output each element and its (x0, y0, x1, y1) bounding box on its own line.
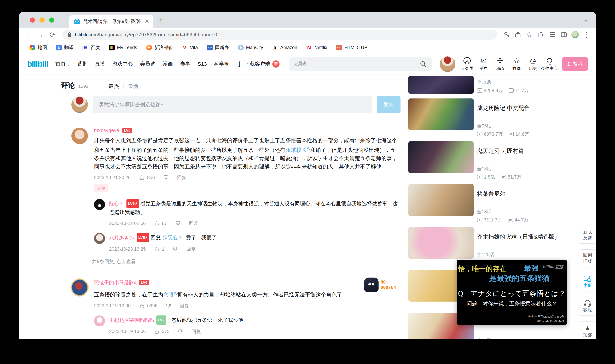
search-icon[interactable] (420, 61, 427, 67)
nav-action-creator-center[interactable]: 创作中心 (541, 57, 558, 71)
reply-username[interactable]: 不想起名字啊呜呜呜 (109, 317, 154, 323)
nav-item-vip-shop[interactable]: 会员购 (140, 60, 156, 67)
reply-button[interactable]: 回复 (186, 246, 196, 252)
comment-username[interactable]: mxbsygeye (94, 128, 119, 133)
nav-item-home[interactable]: 首页 ⌄ (55, 60, 70, 67)
thumb-down-icon[interactable] (166, 303, 171, 308)
bookmark-netflix[interactable]: Netflix (306, 45, 327, 51)
my-avatar[interactable] (71, 96, 88, 113)
tab-close-icon[interactable]: ✕ (145, 18, 149, 25)
bookmark-star-icon[interactable]: ☆ (525, 31, 533, 39)
menu-kebab-icon[interactable]: ⋮ (583, 31, 591, 39)
thumb-up-icon[interactable] (154, 329, 159, 334)
bookmark-baidu[interactable]: 百度 (82, 44, 100, 51)
customer-service-button[interactable]: 客服 (579, 297, 596, 316)
anime-thumbnail[interactable] (408, 98, 474, 130)
share-icon[interactable] (514, 31, 521, 38)
bookmark-scio[interactable]: 国新办 (207, 44, 229, 51)
recommendation-card[interactable]: 成龙历险记 中文配音 全95话 6978.7万 14.6万 (408, 98, 566, 130)
user-avatar[interactable] (440, 56, 455, 72)
download-client-button[interactable]: ⭳下载客户端新 (237, 60, 279, 68)
nav-item-esports[interactable]: 赛事 (180, 60, 190, 67)
sort-new-tab[interactable]: 最新 (128, 83, 138, 90)
commenter-avatar[interactable] (71, 128, 88, 144)
nav-item-live[interactable]: 直播 (95, 60, 105, 67)
thumb-down-icon[interactable] (176, 221, 180, 226)
nav-action-history[interactable]: ◷历史 (525, 57, 541, 71)
close-window-button[interactable] (30, 17, 35, 23)
thumb-down-icon[interactable] (163, 175, 169, 180)
back-button[interactable]: ← (24, 31, 32, 39)
anime-title[interactable]: 格莱普尼尔 (477, 190, 566, 198)
reply-username[interactable]: 八月あきみ (109, 235, 134, 240)
anime-thumbnail[interactable] (408, 76, 474, 94)
recommendation-card[interactable]: 全11话 4258.9万 11.7万 (408, 76, 566, 94)
maximize-window-button[interactable] (49, 17, 54, 23)
nav-action-dynamics[interactable]: ✣动态 (492, 57, 508, 71)
publish-button[interactable]: 发布 (377, 96, 401, 113)
anime-title[interactable]: 鬼灭之刃 刀匠村篇 (477, 147, 566, 155)
reply-button[interactable]: 回复 (177, 174, 186, 181)
commenter-avatar[interactable] (71, 279, 88, 296)
recommendation-card[interactable]: 格莱普尼尔 全13话 7111.7万 44.7万 (408, 184, 566, 216)
feedback-button[interactable]: 新版反馈 (579, 226, 596, 244)
comment-input[interactable]: 勇敢滴少年啊快去创造热评~ (93, 96, 372, 113)
anime-title[interactable]: 成龙历险记 中文配音 (477, 104, 566, 112)
search-input[interactable]: x调查 (289, 57, 432, 71)
nav-item-s13[interactable]: S13 (198, 61, 207, 67)
bookmark-maps[interactable]: 地图 (29, 44, 47, 51)
bookmark-vita[interactable]: Vita (182, 45, 198, 51)
anime-thumbnail[interactable] (408, 184, 474, 216)
nav-item-bangumi[interactable]: 番剧 (77, 60, 88, 67)
thumb-down-icon[interactable] (173, 247, 178, 251)
mini-player[interactable]: 悟，唯一的存在 最强 是最强的五条猫猫 bilibili 正版 Q アナタにとっ… (457, 260, 567, 325)
nav-item-science-night[interactable]: 科学晚 (214, 60, 229, 67)
bookmark-mancity[interactable]: ManCity (238, 45, 263, 51)
reload-button[interactable]: ⟳ (48, 31, 56, 39)
keyword-link[interactable]: 六眼🔍︎ (163, 292, 177, 298)
key-icon[interactable] (503, 31, 510, 38)
bookmark-html5up[interactable]: HTML5 UP! (336, 45, 369, 51)
nav-item-manga[interactable]: 漫画 (163, 60, 173, 67)
chrome-profile-avatar[interactable] (571, 31, 579, 38)
side-panel-icon[interactable] (561, 31, 567, 38)
sort-hot-tab[interactable]: 最热 (108, 83, 119, 90)
media-controls-icon[interactable]: ☰ (549, 31, 556, 39)
keyword-link[interactable]: 夜蛾校长🔍︎ (286, 147, 310, 153)
address-bar[interactable]: bilibili.com/bangumi/play/ep779786?from_… (63, 30, 497, 40)
thumb-up-icon[interactable] (154, 221, 159, 226)
recommendation-card[interactable]: 齐木楠雄的灾难（日播&精选版） 全120话 2.9亿 132.5万 (408, 227, 566, 259)
forward-button[interactable]: → (36, 31, 44, 39)
anime-thumbnail[interactable] (408, 227, 474, 259)
minimize-window-button[interactable] (39, 17, 45, 23)
reply-avatar[interactable] (94, 233, 105, 244)
mention-link[interactable]: @阮心丶 (162, 235, 183, 240)
thumb-down-icon[interactable] (178, 329, 183, 334)
nav-action-messages[interactable]: ✉消息 (475, 57, 492, 71)
nav-action-favorites[interactable]: ☆收藏 (508, 57, 525, 71)
bookmark-sina[interactable]: 新浪邮箱 (146, 44, 173, 51)
old-version-button[interactable]: 回到旧版 (579, 249, 596, 267)
mini-window-button[interactable]: 小窗 (579, 273, 596, 291)
bookmark-amazon[interactable]: Amazon (272, 45, 297, 51)
tab-search-chevron-icon[interactable]: ⌄ (583, 16, 589, 23)
browser-tab[interactable]: 咒术回战 第二季第9集-番剧-高 ✕ (69, 15, 153, 28)
reply-avatar[interactable] (94, 315, 105, 326)
thumb-up-icon[interactable] (139, 175, 144, 180)
view-more-replies-link[interactable]: 共9条回复, 点击查看 (92, 258, 401, 265)
nav-item-game-center[interactable]: 游戏中心 (112, 60, 133, 67)
back-to-top-button[interactable]: ▲顶部 (579, 322, 596, 339)
reply-button[interactable]: 回复 (189, 220, 198, 226)
bookmark-translate[interactable]: 翻译 (56, 44, 73, 51)
reply-button[interactable]: 回复 (192, 328, 201, 335)
thumb-up-icon[interactable] (154, 247, 159, 251)
recommendation-card[interactable]: 鬼灭之刃 刀匠村篇 全13话 1.8亿 51.7万 (408, 141, 566, 173)
reply-button[interactable]: 回复 (180, 303, 189, 309)
comment-username[interactable]: 照镜子的小丑是jjxx (94, 280, 136, 285)
bilibili-logo[interactable]: bilibili (27, 59, 48, 69)
thumb-up-icon[interactable] (139, 303, 144, 308)
new-tab-button[interactable]: + (158, 15, 163, 24)
bookmark-myleeds[interactable]: My Leeds (109, 45, 137, 51)
extensions-puzzle-icon[interactable] (537, 31, 544, 38)
reply-username[interactable]: 阮心丶 (109, 201, 124, 206)
